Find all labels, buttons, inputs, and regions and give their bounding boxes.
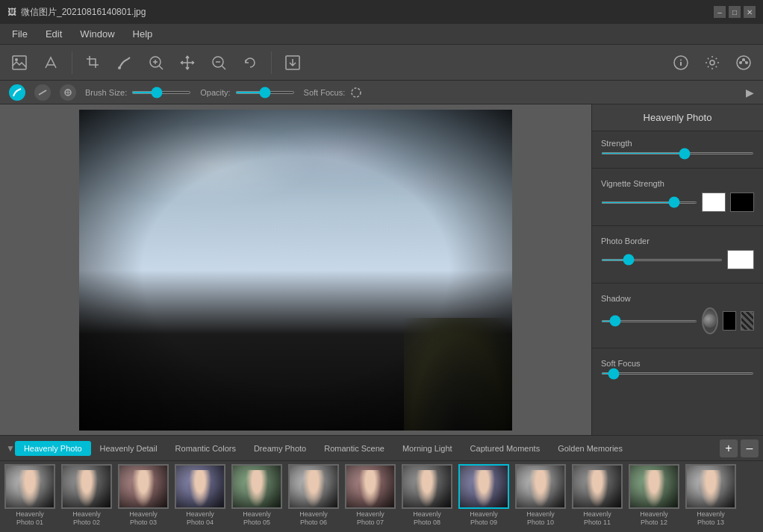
brush-tool-2[interactable] xyxy=(34,84,51,101)
list-item[interactable]: HeavenlyPhoto 12 xyxy=(627,464,681,527)
close-button[interactable]: ✕ xyxy=(744,6,756,18)
list-item[interactable]: HeavenlyPhoto 13 xyxy=(684,464,738,527)
list-item[interactable]: HeavenlyPhoto 11 xyxy=(570,464,624,527)
soft-focus-container: Soft Focus: xyxy=(304,86,364,99)
thumbnail-image-5 xyxy=(231,464,282,509)
photo-border-section: Photo Border xyxy=(592,229,763,280)
toolbar-expand-button[interactable]: ▶ xyxy=(746,87,754,98)
menu-help[interactable]: Help xyxy=(125,26,161,42)
thumbnail-label-13: HeavenlyPhoto 13 xyxy=(697,510,725,527)
thumbnail-label-2: HeavenlyPhoto 02 xyxy=(72,510,101,527)
filter-tab-dreamy-photo[interactable]: Dreamy Photo xyxy=(245,441,315,456)
svg-point-14 xyxy=(352,88,361,97)
brush-size-slider[interactable] xyxy=(131,91,191,94)
filter-tab-captured-moments[interactable]: Captured Moments xyxy=(461,441,549,456)
filter-tab-golden-memories[interactable]: Golden Memories xyxy=(549,441,632,456)
thumbnail-image-8 xyxy=(402,464,452,509)
opacity-slider[interactable] xyxy=(235,91,295,94)
share-button[interactable] xyxy=(730,49,757,76)
thumbnail-label-10: HeavenlyPhoto 10 xyxy=(526,510,555,527)
add-tab-button[interactable]: + xyxy=(720,439,738,457)
app-icon: 🖼 xyxy=(7,7,16,17)
svg-point-9 xyxy=(737,56,750,69)
thumbnail-image-3 xyxy=(118,464,169,509)
list-item[interactable]: HeavenlyPhoto 01 xyxy=(3,464,57,527)
photo-border-slider[interactable] xyxy=(601,259,723,261)
vignette-slider[interactable] xyxy=(601,201,697,204)
strength-label: Strength xyxy=(601,139,754,148)
menu-window[interactable]: Window xyxy=(72,26,122,42)
settings-button[interactable] xyxy=(699,49,726,76)
maximize-button[interactable]: □ xyxy=(729,6,741,18)
shadow-slider[interactable] xyxy=(601,320,697,322)
retouch-tool-button[interactable] xyxy=(111,49,138,76)
panel-title: Heavenly Photo xyxy=(592,104,763,131)
filter-tab-heavenly-photo[interactable]: Heavenly Photo xyxy=(15,441,91,456)
list-item[interactable]: HeavenlyPhoto 05 xyxy=(230,464,284,527)
menu-bar: File Edit Window Help xyxy=(0,24,763,45)
thumbnail-image-11 xyxy=(572,464,623,509)
brush-tool-3[interactable] xyxy=(60,84,76,101)
thumbnail-image-7 xyxy=(345,464,396,509)
thumbnail-label-11: HeavenlyPhoto 11 xyxy=(583,510,611,527)
menu-edit[interactable]: Edit xyxy=(38,26,69,42)
filter-tab-heavenly-detail[interactable]: Heavenly Detail xyxy=(91,441,166,456)
shadow-section: Shadow xyxy=(592,287,763,345)
export-tool-button[interactable] xyxy=(279,49,306,76)
minimize-button[interactable]: – xyxy=(714,6,726,18)
opacity-container: Opacity: xyxy=(200,88,294,97)
filter-tab-romantic-colors[interactable]: Romantic Colors xyxy=(166,441,245,456)
thumbnail-label-4: HeavenlyPhoto 04 xyxy=(186,510,214,527)
image-tool-button[interactable] xyxy=(6,49,33,76)
list-item[interactable]: HeavenlyPhoto 03 xyxy=(116,464,170,527)
enhance-tool-button[interactable] xyxy=(37,49,64,76)
strength-slider[interactable] xyxy=(601,152,754,154)
list-item[interactable]: HeavenlyPhoto 06 xyxy=(287,464,340,527)
remove-tab-button[interactable]: – xyxy=(741,439,759,457)
filter-tabs-expand[interactable]: ▼ xyxy=(6,443,15,454)
svg-point-8 xyxy=(710,60,714,65)
window-controls: – □ ✕ xyxy=(714,6,756,18)
toolbar-separator-1 xyxy=(72,51,72,74)
zoom-out-button[interactable] xyxy=(205,49,232,76)
shadow-indicator xyxy=(702,307,718,334)
soft-focus-panel-slider[interactable] xyxy=(601,372,754,375)
opacity-label: Opacity: xyxy=(200,88,230,97)
filter-tab-morning-light[interactable]: Morning Light xyxy=(393,441,461,456)
thumbnail-label-8: HeavenlyPhoto 08 xyxy=(413,510,441,527)
brush-size-label: Brush Size: xyxy=(85,88,127,97)
canvas-area[interactable] xyxy=(0,104,591,435)
menu-file[interactable]: File xyxy=(4,26,35,42)
vignette-color-white[interactable] xyxy=(702,193,726,212)
brush-tool-1[interactable] xyxy=(9,84,25,101)
vignette-section: Vignette Strength xyxy=(592,172,763,222)
thumbnail-image-4 xyxy=(175,464,225,509)
list-item[interactable]: HeavenlyPhoto 09 xyxy=(457,464,511,527)
shadow-label: Shadow xyxy=(601,294,754,303)
list-item[interactable]: HeavenlyPhoto 07 xyxy=(343,464,397,527)
rotate-tool-button[interactable] xyxy=(237,49,264,76)
list-item[interactable]: HeavenlyPhoto 08 xyxy=(400,464,454,527)
photo-border-color[interactable] xyxy=(727,250,754,269)
vignette-slider-row xyxy=(601,193,754,212)
panel-title-text: Heavenly Photo xyxy=(644,112,712,123)
move-tool-button[interactable] xyxy=(174,49,201,76)
vignette-color-black[interactable] xyxy=(730,193,754,212)
thumbnail-label-6: HeavenlyPhoto 06 xyxy=(299,510,328,527)
filter-tab-romantic-scene[interactable]: Romantic Scene xyxy=(315,441,393,456)
shadow-color-black[interactable] xyxy=(723,311,736,331)
shadow-color-hatch[interactable] xyxy=(741,311,754,331)
divider-2 xyxy=(592,225,763,226)
list-item[interactable]: HeavenlyPhoto 02 xyxy=(60,464,113,527)
list-item[interactable]: HeavenlyPhoto 04 xyxy=(173,464,227,527)
thumbnail-label-12: HeavenlyPhoto 12 xyxy=(640,510,668,527)
thumbnail-image-13 xyxy=(685,464,736,509)
zoom-in-button[interactable] xyxy=(143,49,169,76)
info-button[interactable] xyxy=(667,49,694,76)
window-title-area: 🖼 微信图片_20210816140801.jpg xyxy=(7,6,146,19)
right-panel: Heavenly Photo Strength Vignette Strengt… xyxy=(591,104,763,435)
list-item[interactable]: HeavenlyPhoto 10 xyxy=(514,464,567,527)
crop-tool-button[interactable] xyxy=(80,49,107,76)
filter-tabs: ▼ Heavenly Photo Heavenly Detail Romanti… xyxy=(0,435,763,460)
brush-size-container: Brush Size: xyxy=(85,88,191,97)
